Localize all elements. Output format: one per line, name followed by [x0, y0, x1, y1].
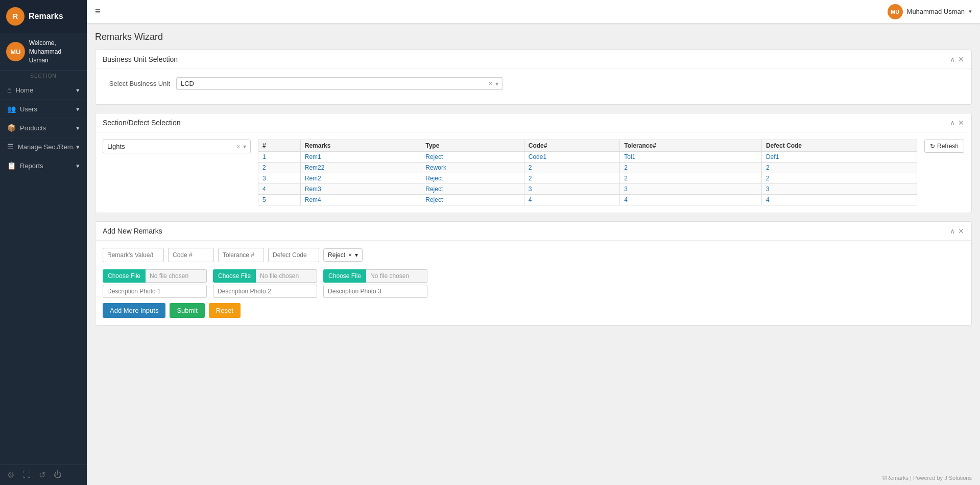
type-clear-icon[interactable]: × — [348, 251, 352, 259]
table-cell-code: 4 — [524, 195, 620, 205]
type-select-dropdown[interactable]: Reject × ▾ — [323, 248, 363, 262]
table-cell-remarks: Rem1 — [300, 152, 421, 163]
close-icon[interactable]: ✕ — [958, 119, 964, 127]
table-cell-tolerance: Tol1 — [620, 152, 762, 163]
file-input-row: Choose FileNo file chosen — [213, 269, 317, 283]
file-description-input-2[interactable] — [213, 285, 317, 298]
table-cell-remarks: Rem2 — [300, 173, 421, 184]
section-defect-card: Section/Defect Selection ∧ ✕ Lights × ▾ — [95, 113, 972, 213]
chevron-down-icon: ▾ — [76, 86, 80, 94]
clear-selection-icon[interactable]: × — [489, 80, 492, 87]
collapse-icon[interactable]: ∧ — [950, 55, 955, 63]
choose-file-button-2[interactable]: Choose File — [213, 269, 256, 283]
user-details: Welcome, Muhammad Usman — [29, 39, 81, 64]
section-select-dropdown[interactable]: Lights × ▾ — [103, 140, 251, 153]
choose-file-button-1[interactable]: Choose File — [103, 269, 146, 283]
close-icon[interactable]: ✕ — [958, 227, 964, 235]
sidebar-item-users[interactable]: 👥 Users ▾ — [0, 100, 87, 119]
close-icon[interactable]: ✕ — [958, 55, 964, 63]
page-title: Remarks Wizard — [95, 32, 972, 42]
sidebar-item-manage[interactable]: ☰ Manage Sec./Rem. ▾ — [0, 137, 87, 156]
user-avatar: MU — [6, 42, 25, 61]
table-column-header: Code# — [524, 140, 620, 152]
section-defect-title: Section/Defect Selection — [103, 119, 181, 127]
submit-button[interactable]: Submit — [170, 303, 204, 318]
file-groups-row: Choose FileNo file chosenChoose FileNo f… — [95, 269, 971, 303]
file-group-1: Choose FileNo file chosen — [103, 269, 207, 298]
remarks-table: #RemarksTypeCode#Tolerance#Defect Code 1… — [258, 140, 917, 205]
section-defect-card-header: Section/Defect Selection ∧ ✕ — [95, 113, 971, 132]
add-remarks-header-actions: ∧ ✕ — [950, 227, 964, 235]
type-value: Reject — [328, 251, 345, 259]
chevron-down-icon: ▾ — [76, 124, 80, 132]
remark-value-input[interactable] — [103, 248, 164, 262]
table-cell-type: Rework — [421, 163, 524, 173]
table-cell-tolerance: 2 — [620, 173, 762, 184]
reports-icon: 📋 — [7, 161, 16, 170]
business-unit-card-body: Select Business Unit LCD × ▾ — [95, 69, 971, 104]
sidebar-item-home[interactable]: ⌂ Home ▾ — [0, 81, 87, 100]
add-remarks-card: Add New Remarks ∧ ✕ Reject × ▾ Choose Fi… — [95, 221, 972, 326]
table-cell-remarks: Rem4 — [300, 195, 421, 205]
refresh-spin-icon: ↻ — [930, 143, 935, 150]
section-selected-value: Lights — [107, 143, 125, 150]
chevron-down-icon: ▾ — [76, 105, 80, 113]
section-card-header-actions: ∧ ✕ — [950, 119, 964, 127]
section-defect-body: Lights × ▾ #RemarksTypeCode#Tolerance#De… — [95, 132, 971, 213]
file-description-input-3[interactable] — [323, 285, 427, 298]
power-icon[interactable]: ⏻ — [54, 470, 62, 480]
code-number-input[interactable] — [168, 248, 214, 262]
table-cell-defect: 2 — [761, 163, 917, 173]
table-column-header: Type — [421, 140, 524, 152]
topbar-username: Muhammad Usman — [907, 8, 965, 15]
business-unit-form-row: Select Business Unit LCD × ▾ — [104, 77, 963, 90]
file-description-input-1[interactable] — [103, 285, 207, 298]
sidebar-user-info: MU Welcome, Muhammad Usman — [0, 33, 87, 71]
add-more-inputs-button[interactable]: Add More Inputs — [103, 303, 165, 318]
app-logo-icon: R — [6, 7, 25, 26]
table-row: 3Rem2Reject222 — [258, 173, 917, 184]
tolerance-number-input[interactable] — [218, 248, 264, 262]
table-cell-type: Reject — [421, 195, 524, 205]
clear-section-icon[interactable]: × — [236, 143, 240, 150]
sidebar-item-reports[interactable]: 📋 Reports ▾ — [0, 156, 87, 175]
business-unit-select[interactable]: LCD × ▾ — [176, 77, 503, 90]
table-cell-remarks: Rem22 — [300, 163, 421, 173]
table-cell-num: 3 — [258, 173, 301, 184]
defect-code-input[interactable] — [268, 248, 319, 262]
user-dropdown-arrow[interactable]: ▾ — [969, 8, 972, 15]
expand-icon[interactable]: ⛶ — [22, 470, 31, 480]
table-cell-defect: 2 — [761, 173, 917, 184]
sidebar-item-products[interactable]: 📦 Products ▾ — [0, 119, 87, 137]
business-unit-card-header: Business Unit Selection ∧ ✕ — [95, 50, 971, 69]
dropdown-icon[interactable]: ▾ — [495, 80, 498, 87]
file-no-chosen-label-2: No file chosen — [256, 269, 317, 283]
table-cell-type: Reject — [421, 152, 524, 163]
table-cell-num: 1 — [258, 152, 301, 163]
select-box-actions: × ▾ — [489, 80, 498, 87]
topbar: ≡ MU Muhammad Usman ▾ — [87, 0, 980, 24]
refresh-button[interactable]: ↻ Refresh — [924, 140, 964, 153]
refresh-icon[interactable]: ↺ — [39, 470, 45, 480]
section-label: SECTION — [0, 71, 87, 81]
file-group-3: Choose FileNo file chosen — [323, 269, 427, 298]
file-no-chosen-label-1: No file chosen — [146, 269, 207, 283]
choose-file-button-3[interactable]: Choose File — [323, 269, 366, 283]
section-dropdown-icon[interactable]: ▾ — [243, 143, 246, 150]
table-cell-code: 3 — [524, 184, 620, 195]
sidebar: R Remarks MU Welcome, Muhammad Usman SEC… — [0, 0, 87, 485]
add-remarks-inputs-row: Reject × ▾ — [95, 241, 971, 269]
table-column-header: Remarks — [300, 140, 421, 152]
table-cell-defect: Def1 — [761, 152, 917, 163]
page-content: Remarks Wizard Business Unit Selection ∧… — [87, 24, 980, 471]
hamburger-menu-button[interactable]: ≡ — [95, 6, 101, 17]
table-cell-tolerance: 4 — [620, 195, 762, 205]
type-dropdown-icon[interactable]: ▾ — [355, 251, 358, 259]
settings-icon[interactable]: ⚙ — [7, 470, 14, 480]
collapse-icon[interactable]: ∧ — [950, 119, 955, 127]
collapse-icon[interactable]: ∧ — [950, 227, 955, 235]
table-row: 4Rem3Reject333 — [258, 184, 917, 195]
manage-icon: ☰ — [7, 143, 14, 151]
main-content: ≡ MU Muhammad Usman ▾ Remarks Wizard Bus… — [87, 0, 980, 485]
reset-button[interactable]: Reset — [209, 303, 241, 318]
